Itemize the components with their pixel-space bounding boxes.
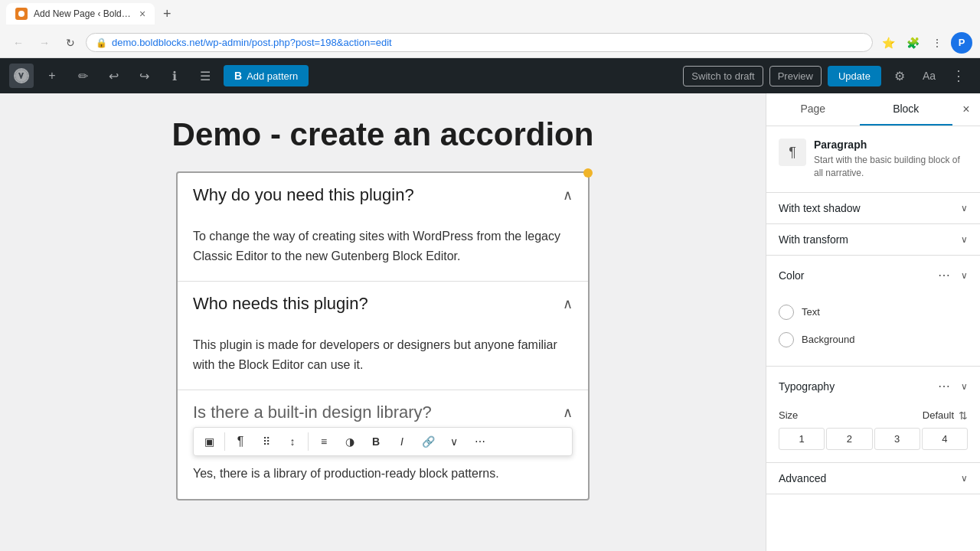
wp-admin-bar: + ✏ ↩ ↪ ℹ ☰ B Add pattern Switch to draf… xyxy=(0,58,980,93)
address-bar[interactable]: 🔒 demo.boldblocks.net/wp-admin/post.php?… xyxy=(86,33,873,52)
bold-btn[interactable]: B xyxy=(364,429,388,454)
block-icon: ¶ xyxy=(779,139,806,166)
highlight-btn[interactable]: ◑ xyxy=(338,429,362,454)
accordion-toggle-1[interactable]: ∧ xyxy=(563,187,573,204)
font-size-btn-3[interactable]: 3 xyxy=(874,428,920,450)
browser-actions: ⭐ 🧩 ⋮ P xyxy=(877,32,972,54)
align-icon: ≡ xyxy=(321,435,327,448)
section-text-shadow-title: With text shadow xyxy=(779,202,861,214)
section-text-shadow: With text shadow ∨ xyxy=(766,193,980,224)
tab-block[interactable]: Block xyxy=(860,93,953,126)
add-pattern-label: Add pattern xyxy=(247,70,298,82)
add-block-btn[interactable]: + xyxy=(40,64,64,88)
wp-logo[interactable] xyxy=(9,64,34,88)
color-chevron-icon: ∨ xyxy=(961,270,968,281)
section-advanced-header[interactable]: Advanced ∨ xyxy=(766,463,980,494)
toolbar-separator xyxy=(224,432,225,451)
accordion-header-3[interactable]: Is there a built-in design library? ∧ xyxy=(178,390,588,422)
size-value: Default xyxy=(923,409,954,421)
size-adjust-icon[interactable]: ⇅ xyxy=(959,409,968,422)
redo-btn[interactable]: ↪ xyxy=(132,64,156,88)
paragraph-block-icon: ¶ xyxy=(789,145,796,161)
block-name: Paragraph xyxy=(814,139,968,151)
more-toolbar-btn[interactable]: ⋯ xyxy=(468,429,492,454)
background-color-label: Background xyxy=(802,334,854,345)
accordion-header-2[interactable]: Who needs this plugin? ∧ xyxy=(178,282,588,326)
size-label: Size xyxy=(779,409,798,421)
font-size-row: Size Default ⇅ xyxy=(779,409,968,422)
undo-btn[interactable]: ↩ xyxy=(101,64,126,88)
edit-btn[interactable]: ✏ xyxy=(70,64,95,88)
font-size-btn-1[interactable]: 1 xyxy=(779,428,825,450)
list-view-btn[interactable]: ☰ xyxy=(193,64,217,88)
typography-more-options[interactable]: ⋯ xyxy=(933,376,955,397)
color-more-options[interactable]: ⋯ xyxy=(933,265,955,286)
tab-page[interactable]: Page xyxy=(766,93,860,126)
profile-avatar[interactable]: P xyxy=(951,32,972,54)
section-text-shadow-header[interactable]: With text shadow ∨ xyxy=(766,193,980,223)
background-color-swatch[interactable] xyxy=(779,332,794,347)
accordion-header-1[interactable]: Why do you need this plugin? ∧ xyxy=(178,173,588,217)
address-text: demo.boldblocks.net/wp-admin/post.php?po… xyxy=(112,37,863,48)
block-info: ¶ Paragraph Start with the basic buildin… xyxy=(766,126,980,193)
text-color-label: Text xyxy=(802,306,820,318)
paragraph-icon: ¶ xyxy=(237,435,244,448)
sidebar-close-btn[interactable]: × xyxy=(952,96,980,123)
browser-menu-btn[interactable]: ⋮ xyxy=(926,32,948,54)
add-pattern-btn[interactable]: B Add pattern xyxy=(224,65,309,86)
new-tab-btn[interactable]: + xyxy=(158,5,176,23)
accordion-dot xyxy=(583,168,593,178)
settings-toggle-btn[interactable]: ⚙ xyxy=(887,64,912,88)
link-icon: 🔗 xyxy=(422,435,435,448)
browser-tab[interactable]: Add New Page ‹ BoldBlocks — × xyxy=(6,3,155,24)
highlight-icon: ◑ xyxy=(345,435,354,448)
accordion-toggle-3[interactable]: ∧ xyxy=(563,404,573,421)
section-transform-title: With transform xyxy=(779,233,848,246)
accordion-item: Who needs this plugin? ∧ This plugin is … xyxy=(178,282,588,390)
extensions-btn[interactable]: 🧩 xyxy=(902,32,923,54)
move-btn[interactable]: ↕ xyxy=(280,429,305,454)
section-color: Color ⋯ ∨ Text Background xyxy=(766,256,980,367)
tab-favicon xyxy=(15,8,28,20)
typography-chevron-icon: ∨ xyxy=(961,381,968,392)
section-transform-header[interactable]: With transform ∨ xyxy=(766,224,980,255)
section-typography-header[interactable]: Typography ⋯ ∨ xyxy=(766,367,980,406)
more-rich-btn[interactable]: ∨ xyxy=(442,429,466,454)
link-btn[interactable]: 🔗 xyxy=(416,429,440,454)
tab-close-icon[interactable]: × xyxy=(139,8,145,20)
paragraph-btn[interactable]: ¶ xyxy=(228,429,253,454)
more-options-btn[interactable]: ⋮ xyxy=(946,64,971,88)
italic-icon: I xyxy=(400,435,403,448)
forward-btn[interactable]: → xyxy=(34,32,55,54)
accordion-toggle-2[interactable]: ∧ xyxy=(563,295,573,312)
sidebar: Page Block × ¶ Paragraph Start with the … xyxy=(766,93,980,551)
drag-handle-btn[interactable]: ⠿ xyxy=(254,429,279,454)
switch-draft-btn[interactable]: Switch to draft xyxy=(683,66,763,86)
bookmarks-btn[interactable]: ⭐ xyxy=(877,32,899,54)
accordion-container: Why do you need this plugin? ∧ To change… xyxy=(176,171,590,500)
italic-btn[interactable]: I xyxy=(390,429,414,454)
preview-btn[interactable]: Preview xyxy=(769,66,822,86)
text-color-swatch[interactable] xyxy=(779,305,794,320)
section-color-header[interactable]: Color ⋯ ∨ xyxy=(766,256,980,295)
color-option-text: Text xyxy=(779,298,968,326)
update-btn[interactable]: Update xyxy=(828,66,881,86)
accordion-content-1: To change the way of creating sites with… xyxy=(178,217,588,281)
font-size-btn-4[interactable]: 4 xyxy=(922,428,968,450)
page-title: Demo - create an accordion xyxy=(15,116,750,153)
align-btn[interactable]: ≡ xyxy=(312,429,336,454)
transform-chevron-icon: ∨ xyxy=(961,234,968,245)
section-typography-title: Typography xyxy=(779,380,835,393)
refresh-btn[interactable]: ↻ xyxy=(60,32,81,54)
boldblocks-icon: B xyxy=(234,70,242,82)
accordion-header-text-1: Why do you need this plugin? xyxy=(193,185,414,205)
aa-btn[interactable]: Aa xyxy=(918,67,940,85)
section-advanced-title: Advanced xyxy=(779,472,826,484)
block-type-btn[interactable]: ▣ xyxy=(197,429,221,454)
font-size-btn-2[interactable]: 2 xyxy=(826,428,872,450)
sidebar-tabs: Page Block xyxy=(766,93,952,126)
text-shadow-chevron-icon: ∨ xyxy=(961,203,968,214)
info-btn[interactable]: ℹ xyxy=(162,64,187,88)
back-btn[interactable]: ← xyxy=(8,32,29,54)
font-size-buttons: 1 2 3 4 xyxy=(779,428,968,450)
